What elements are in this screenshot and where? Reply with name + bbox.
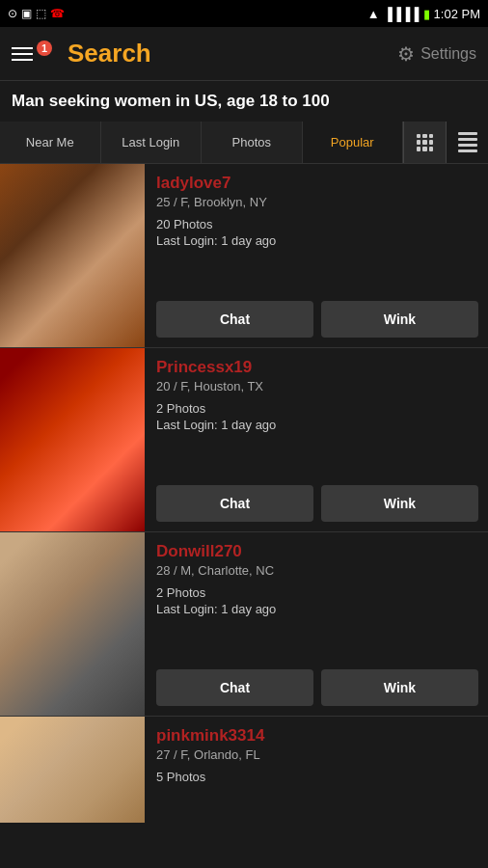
user-info: pinkmink3314 27 / F, Orlando, FL 5 Photo… (145, 717, 488, 823)
user-info: ladylove7 25 / F, Brooklyn, NY 20 Photos… (145, 164, 488, 347)
settings-label[interactable]: Settings (420, 45, 476, 63)
username: pinkmink3314 (156, 726, 478, 746)
wink-button[interactable]: Wink (321, 669, 478, 706)
search-subtitle: Man seeking women in US, age 18 to 100 (0, 81, 488, 122)
user-list: ladylove7 25 / F, Brooklyn, NY 20 Photos… (0, 164, 488, 823)
last-login: Last Login: 1 day ago (156, 233, 478, 248)
settings-icon[interactable]: ⚙ (397, 42, 415, 66)
user-details: 28 / M, Charlotte, NC (156, 563, 478, 578)
list-item: Princessx19 20 / F, Houston, TX 2 Photos… (0, 348, 488, 532)
action-buttons: Chat Wink (156, 485, 478, 522)
top-bar-left: 1 Search (12, 39, 151, 68)
list-item: Donwill270 28 / M, Charlotte, NC 2 Photo… (0, 532, 488, 717)
action-buttons: Chat Wink (156, 669, 478, 706)
photos-count: 2 Photos (156, 585, 478, 600)
list-icon (458, 132, 477, 152)
photos-count: 2 Photos (156, 401, 478, 416)
status-right-icons: ▲ ▐▐▐▐ ▮ 1:02 PM (367, 7, 480, 21)
username: Princessx19 (156, 358, 478, 377)
user-photo[interactable] (0, 164, 145, 347)
grid-icon (417, 134, 434, 151)
hamburger-menu-button[interactable] (12, 47, 33, 61)
signal-icon: ▐▐▐▐ (384, 7, 420, 21)
user-details: 25 / F, Brooklyn, NY (156, 195, 478, 209)
status-bar: ⊙ ▣ ⬚ ☎ ▲ ▐▐▐▐ ▮ 1:02 PM (0, 0, 488, 27)
alarm-icon: ⊙ (8, 7, 17, 20)
user-details: 20 / F, Houston, TX (156, 379, 478, 393)
username: ladylove7 (156, 174, 478, 193)
tab-last-login[interactable]: Last Login (101, 122, 203, 163)
chat-button[interactable]: Chat (156, 669, 313, 706)
last-login: Last Login: 1 day ago (156, 602, 478, 616)
storage-icon: ▣ (21, 7, 32, 20)
filter-bar: Near Me Last Login Photos Popular (0, 122, 488, 164)
wifi-icon: ▲ (367, 7, 380, 21)
view-toggle (403, 122, 488, 163)
chat-button[interactable]: Chat (156, 485, 313, 522)
user-photo[interactable] (0, 348, 145, 531)
list-view-button[interactable] (446, 122, 488, 163)
photos-count: 20 Photos (156, 217, 478, 231)
user-details: 27 / F, Orlando, FL (156, 747, 478, 762)
last-login: Last Login: 1 day ago (156, 418, 478, 432)
phone-icon: ☎ (50, 7, 65, 20)
page-title: Search (68, 39, 151, 68)
image-icon: ⬚ (36, 7, 46, 20)
list-item: pinkmink3314 27 / F, Orlando, FL 5 Photo… (0, 717, 488, 823)
user-info: Donwill270 28 / M, Charlotte, NC 2 Photo… (145, 532, 488, 716)
list-item: ladylove7 25 / F, Brooklyn, NY 20 Photos… (0, 164, 488, 348)
user-info: Princessx19 20 / F, Houston, TX 2 Photos… (145, 348, 488, 531)
tab-photos[interactable]: Photos (202, 122, 303, 163)
user-photo[interactable] (0, 717, 145, 823)
time-display: 1:02 PM (434, 7, 480, 21)
top-nav-bar: 1 Search ⚙ Settings (0, 27, 488, 81)
top-bar-right: ⚙ Settings (397, 42, 476, 66)
username: Donwill270 (156, 542, 478, 561)
grid-view-button[interactable] (403, 122, 446, 163)
wink-button[interactable]: Wink (321, 485, 478, 522)
notification-badge: 1 (37, 41, 52, 56)
action-buttons: Chat Wink (156, 301, 478, 338)
tab-popular[interactable]: Popular (303, 122, 404, 163)
status-left-icons: ⊙ ▣ ⬚ ☎ (8, 7, 65, 20)
photos-count: 5 Photos (156, 770, 478, 784)
user-photo[interactable] (0, 532, 145, 716)
tab-near-me[interactable]: Near Me (0, 122, 101, 163)
wink-button[interactable]: Wink (321, 301, 478, 338)
chat-button[interactable]: Chat (156, 301, 313, 338)
battery-icon: ▮ (423, 7, 430, 21)
